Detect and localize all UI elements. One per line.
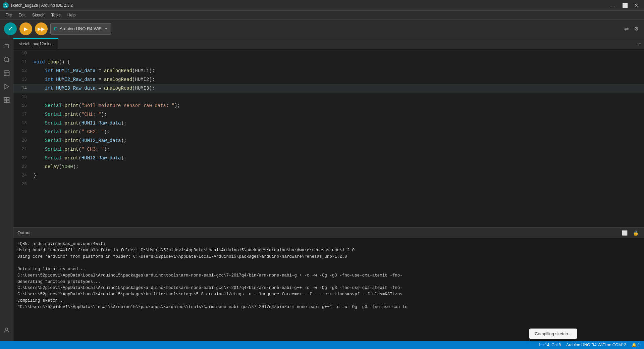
- line-number-11: 11: [13, 58, 32, 66]
- status-notifications[interactable]: 🔔 1: [632, 343, 640, 347]
- title-bar-left: A sketch_aug12a | Arduino IDE 2.3.2: [3, 2, 73, 8]
- output-line-6: C:\Users\52pidev1\AppData\Local\Arduino1…: [17, 272, 640, 279]
- line-number-25: 25: [13, 180, 32, 189]
- line-number-20: 20: [13, 136, 32, 145]
- line-number-14: 14: [13, 84, 32, 93]
- code-line-11: 11 void loop() {: [13, 58, 644, 66]
- output-title: Output: [17, 230, 31, 235]
- menu-file[interactable]: File: [3, 12, 14, 18]
- code-content-14: int HUMI3_Raw_data = analogRead(HUMI3);: [32, 84, 644, 93]
- status-bar: Ln 14, Col 8 Arduino UNO R4 WiFi on COM1…: [0, 341, 644, 349]
- compiling-toast: Compiling sketch...: [529, 329, 577, 339]
- sidebar-folder-icon[interactable]: [1, 41, 12, 52]
- code-content-21: Serial.print(" CH3: ");: [32, 145, 644, 154]
- tab-main-file[interactable]: sketch_aug12a.ino: [13, 38, 58, 49]
- code-line-25: 25: [13, 180, 644, 189]
- svg-line-1: [8, 61, 9, 62]
- line-number-23: 23: [13, 162, 32, 171]
- code-content-20: Serial.print(HUMI2_Raw_data);: [32, 136, 644, 145]
- output-controls: ⬜ 🔒: [621, 230, 640, 236]
- line-number-18: 18: [13, 119, 32, 128]
- code-line-18: 18 Serial.print(HUMI1_Raw_data);: [13, 119, 644, 128]
- output-lock-button[interactable]: 🔒: [632, 230, 640, 236]
- output-panel: Output ⬜ 🔒 FQBN: arduino:renesas_uno:uno…: [13, 227, 644, 341]
- board-selector[interactable]: ⊡ Arduino UNO R4 WiFi ▼: [50, 23, 111, 35]
- code-line-13: 13 int HUMI2_Raw_data = analogRead(HUMI2…: [13, 75, 644, 84]
- code-line-20: 20 Serial.print(HUMI2_Raw_data);: [13, 136, 644, 145]
- code-line-17: 17 Serial.print("CH1: ");: [13, 110, 644, 119]
- output-line-7: Generating function prototypes...: [17, 279, 640, 285]
- status-line-col: Ln 14, Col 8: [539, 343, 561, 347]
- line-number-21: 21: [13, 145, 32, 154]
- output-line-10: Compiling sketch...: [17, 298, 640, 304]
- left-sidebar: [0, 38, 13, 341]
- output-line-9: C:\Users\52pidev1\AppData\Local\Arduino1…: [17, 291, 640, 298]
- line-number-12: 12: [13, 66, 32, 75]
- code-content-16: Serial.print("Soil moisture sensor raw d…: [32, 101, 644, 110]
- output-line-1: FQBN: arduino:renesas_uno:unor4wifi: [17, 241, 640, 247]
- title-bar: A sketch_aug12a | Arduino IDE 2.3.2 — ⬜ …: [0, 0, 644, 11]
- svg-rect-8: [4, 100, 6, 103]
- line-number-15: 15: [13, 93, 32, 101]
- output-line-5: Detecting libraries used...: [17, 266, 640, 272]
- tab-filename: sketch_aug12a.ino: [19, 42, 53, 46]
- svg-point-10: [5, 328, 8, 330]
- output-content[interactable]: FQBN: arduino:renesas_uno:unor4wifi Usin…: [13, 238, 644, 341]
- sidebar-debug-icon[interactable]: [1, 81, 12, 92]
- minimize-button[interactable]: —: [608, 2, 619, 9]
- output-line-2: Using board 'unor4wifi' from platform in…: [17, 247, 640, 254]
- code-line-22: 22 Serial.print(HUMI3_Raw_data);: [13, 154, 644, 162]
- verify-button[interactable]: ✓: [4, 22, 17, 35]
- main-area: sketch_aug12a.ino ⋯ 10 11 void loop() { …: [0, 38, 644, 341]
- code-line-12: 12 int HUMI1_Raw_data = analogRead(HUMI1…: [13, 66, 644, 75]
- sidebar-search-icon[interactable]: [1, 54, 12, 65]
- output-line-11: "C:\\Users\\52pidev1\\AppData\\Local\\Ar…: [17, 304, 640, 310]
- maximize-button[interactable]: ⬜: [620, 2, 630, 9]
- svg-marker-5: [5, 84, 9, 89]
- title-bar-controls: — ⬜ ✕: [608, 2, 641, 9]
- code-line-10: 10: [13, 49, 644, 58]
- status-board: Arduino UNO R4 WiFi on COM12: [566, 343, 626, 347]
- menu-help[interactable]: Help: [65, 12, 78, 18]
- compiling-toast-text: Compiling sketch...: [535, 331, 572, 336]
- menu-sketch[interactable]: Sketch: [30, 12, 47, 18]
- output-expand-button[interactable]: ⬜: [621, 230, 629, 236]
- code-line-16: 16 Serial.print("Soil moisture sensor ra…: [13, 101, 644, 110]
- code-content-12: int HUMI1_Raw_data = analogRead(HUMI1);: [32, 66, 644, 75]
- code-line-14: 14 int HUMI3_Raw_data = analogRead(HUMI3…: [13, 84, 644, 93]
- menu-edit[interactable]: Edit: [16, 12, 28, 18]
- toolbar: ✓ ▶ ▶▶ ⊡ Arduino UNO R4 WiFi ▼ ⇌ ⚙: [0, 19, 644, 38]
- output-line-8: C:\Users\52pidev1\AppData\Local\Arduino1…: [17, 285, 640, 291]
- sidebar-profile-icon[interactable]: [1, 325, 12, 336]
- editor-area: sketch_aug12a.ino ⋯ 10 11 void loop() { …: [13, 38, 644, 341]
- code-editor[interactable]: 10 11 void loop() { 12 int HUMI1_Raw_dat…: [13, 49, 644, 227]
- sidebar-bottom: [1, 325, 12, 338]
- tab-more-button[interactable]: ⋯: [634, 38, 644, 49]
- line-number-22: 22: [13, 154, 32, 162]
- board-icon: ⊡: [54, 26, 58, 31]
- code-content-19: Serial.print(" CH2: ");: [32, 128, 644, 136]
- dropdown-arrow-icon: ▼: [104, 27, 108, 31]
- code-content-22: Serial.print(HUMI3_Raw_data);: [32, 154, 644, 162]
- menu-bar: File Edit Sketch Tools Help: [0, 11, 644, 19]
- code-line-15: 15: [13, 93, 644, 101]
- settings-button[interactable]: ⚙: [633, 24, 640, 33]
- status-bar-right: Ln 14, Col 8 Arduino UNO R4 WiFi on COM1…: [539, 343, 640, 347]
- upload-button[interactable]: ▶: [19, 22, 32, 35]
- svg-rect-7: [7, 98, 9, 100]
- board-name: Arduino UNO R4 WiFi: [60, 26, 102, 31]
- upload2-button[interactable]: ▶▶: [35, 22, 48, 35]
- tab-bar: sketch_aug12a.ino ⋯: [13, 38, 644, 49]
- sidebar-book-icon[interactable]: [1, 68, 12, 79]
- code-content-24: }: [32, 171, 644, 180]
- svg-point-0: [4, 57, 8, 62]
- code-content-11: void loop() {: [32, 58, 644, 66]
- menu-tools[interactable]: Tools: [49, 12, 63, 18]
- line-number-17: 17: [13, 110, 32, 119]
- output-line-4: [17, 260, 640, 266]
- serial-monitor-button[interactable]: ⇌: [623, 24, 630, 33]
- code-line-21: 21 Serial.print(" CH3: ");: [13, 145, 644, 154]
- sidebar-plugin-icon[interactable]: [1, 95, 12, 105]
- close-button[interactable]: ✕: [631, 2, 641, 9]
- toolbar-right: ⇌ ⚙: [623, 24, 640, 33]
